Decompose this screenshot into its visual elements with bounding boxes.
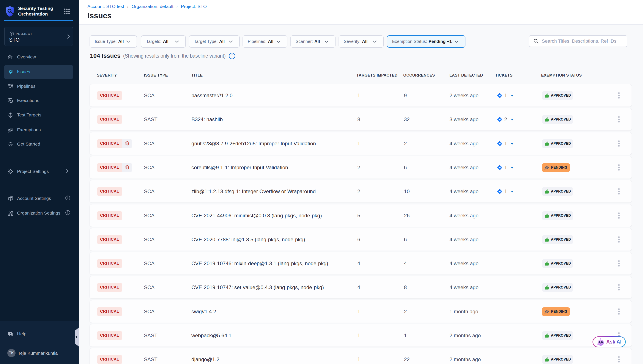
svg-text:?: ? [10, 332, 11, 335]
